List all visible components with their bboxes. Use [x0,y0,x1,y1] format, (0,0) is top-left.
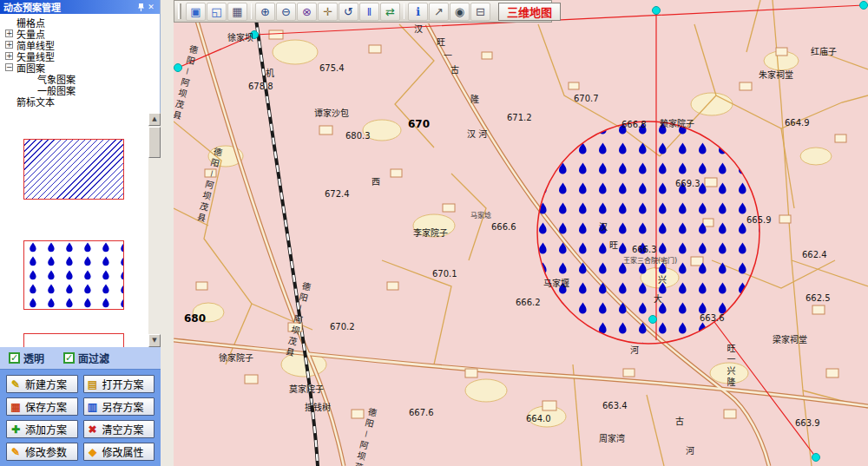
expand-plus-icon[interactable]: + [5,30,13,37]
swap-icon: ⇄ [385,5,395,18]
plan-button-label: 清空方案 [102,422,144,436]
toolbar-separator [251,3,252,19]
panel-title: 动态预案管理 [3,0,135,14]
pan-hand-button[interactable]: ✛ [318,3,338,21]
selection-handle[interactable] [812,454,820,462]
globe-icon: ◉ [455,5,464,18]
layers-map-icon: ▣ [190,5,201,18]
pause-button[interactable]: ‖ [359,3,379,21]
checkbox-check-icon[interactable]: ✓ [63,352,75,364]
map-graphics [174,0,868,466]
new-plan-button[interactable]: ✎新建方案 [6,375,78,393]
pan-hand-icon: ✛ [323,5,332,18]
layers-map-button[interactable]: ▣ [186,3,206,21]
export-icon: ↗ [434,5,444,18]
map-background [174,0,868,466]
selection-handle[interactable] [174,64,182,72]
map-toolbar: ▣◱▦⊕⊖⊗✛↺‖⇄ℹ↗◉⊟ 三维地图 [174,0,552,23]
pin-icon[interactable] [135,2,146,12]
grid-icon: ▦ [232,5,242,18]
scrollbar-thumb[interactable] [148,127,161,158]
save-plan-button[interactable]: ▦保存方案 [6,397,78,416]
edit-params-button[interactable]: ✎修改参数 [6,443,78,461]
checkbox-label: 透明 [23,351,44,365]
selection-handle[interactable] [860,2,868,10]
zoom-select-icon: ⊗ [302,5,312,18]
save-as-plan-icon: ▥ [87,401,99,413]
expand-plus-icon[interactable]: + [5,41,13,49]
zoom-window-icon: ◱ [211,5,221,18]
zoom-window-button[interactable]: ◱ [207,3,227,21]
plan-controls: ✓透明✓面过滤 ✎新建方案▤打开方案▦保存方案▥另存方案✚添加方案✖清空方案✎修… [0,347,161,466]
pattern-list-scrollbar[interactable]: ▲ ▼ [148,113,161,347]
scroll-down-icon[interactable]: ▼ [148,334,161,347]
pattern-preview-droplets[interactable] [23,240,124,310]
print-button[interactable]: ⊟ [470,3,490,21]
globe-button[interactable]: ◉ [450,3,470,21]
plan-buttons-grid: ✎新建方案▤打开方案▦保存方案▥另存方案✚添加方案✖清空方案✎修改参数◆修改属性 [0,370,161,466]
plan-button-label: 修改属性 [102,444,144,459]
plan-button-label: 保存方案 [25,399,67,414]
close-icon[interactable]: ✕ [146,2,156,12]
add-plan-icon: ✚ [10,423,22,436]
panel-splitter[interactable] [161,0,174,466]
info-button[interactable]: ℹ [408,3,428,21]
edit-params-icon: ✎ [10,446,22,458]
edit-attrs-button[interactable]: ◆修改属性 [83,443,155,461]
plan-button-label: 新建方案 [25,377,67,391]
pattern-preview-hatch[interactable] [23,139,124,200]
open-plan-button[interactable]: ▤打开方案 [83,375,155,393]
print-icon: ⊟ [476,5,485,18]
map-canvas[interactable]: 徐家坝汉旺一古隆德阳－阿坝茂县机675.4678.8谭家沙包670680.367… [174,0,868,466]
scroll-up-icon[interactable]: ▲ [148,113,161,126]
export-button[interactable]: ↗ [429,3,449,21]
plan-button-label: 修改参数 [25,444,67,459]
checkbox-label: 面过滤 [78,351,109,365]
add-plan-button[interactable]: ✚添加方案 [6,420,78,438]
selection-handle[interactable] [251,31,259,39]
panel-titlebar: 动态预案管理 ✕ [0,0,160,14]
plan-button-label: 打开方案 [102,377,144,391]
hazard-zone-circle[interactable] [537,121,760,344]
tree-item[interactable]: 箭标文本 [0,95,160,107]
open-plan-icon: ▤ [87,378,99,391]
clear-plan-icon: ✖ [87,423,99,436]
zoom-in-button[interactable]: ⊕ [255,3,275,21]
filter-checkbox[interactable]: ✓面过滤 [63,351,109,365]
swap-button[interactable]: ⇄ [380,3,400,21]
plan-manager-panel: 动态预案管理 ✕ 栅格点+矢量点+简单线型+矢量线型−面图案气象图案一般图案箭标… [0,0,161,466]
pause-icon: ‖ [367,5,372,18]
map-toolbar-buttons: ▣◱▦⊕⊖⊗✛↺‖⇄ℹ↗◉⊟ [186,3,490,21]
zoom-full-icon: ↺ [344,5,353,18]
zoom-in-icon: ⊕ [260,5,270,18]
pattern-preview-partial[interactable] [23,333,124,347]
toolbar-separator [404,3,404,19]
edit-attrs-icon: ◆ [87,446,99,458]
checkbox-check-icon[interactable]: ✓ [9,352,20,364]
grid-button[interactable]: ▦ [227,3,247,21]
selection-handle[interactable] [653,7,661,15]
tree-item-label: 箭标文本 [16,95,55,108]
info-icon: ℹ [416,5,420,18]
tree-item[interactable]: 气象图案 [0,73,160,84]
zoom-out-icon: ⊖ [281,5,291,18]
filter-checkbox[interactable]: ✓透明 [9,351,44,365]
clear-plan-button[interactable]: ✖清空方案 [83,420,155,438]
map-3d-button[interactable]: 三维地图 [498,3,561,21]
plan-button-label: 添加方案 [25,422,67,436]
filter-options-row: ✓透明✓面过滤 [0,347,161,370]
toolbar-grip[interactable] [178,3,181,19]
zoom-select-button[interactable]: ⊗ [297,3,317,21]
tree-item[interactable]: −面图案 [0,62,160,73]
selection-handle[interactable] [649,316,657,324]
expand-plus-icon[interactable]: + [5,52,13,60]
plan-tree: 栅格点+矢量点+简单线型+矢量线型−面图案气象图案一般图案箭标文本 [0,14,160,107]
collapse-minus-icon[interactable]: − [5,63,13,71]
zoom-full-button[interactable]: ↺ [339,3,358,21]
zoom-out-button[interactable]: ⊖ [276,3,296,21]
gis-application-window: 徐家坝汉旺一古隆德阳－阿坝茂县机675.4678.8谭家沙包670680.367… [0,0,868,466]
save-as-plan-button[interactable]: ▥另存方案 [83,397,155,416]
save-plan-icon: ▦ [10,401,22,413]
pattern-preview-list[interactable] [0,113,148,347]
new-plan-icon: ✎ [10,378,22,391]
